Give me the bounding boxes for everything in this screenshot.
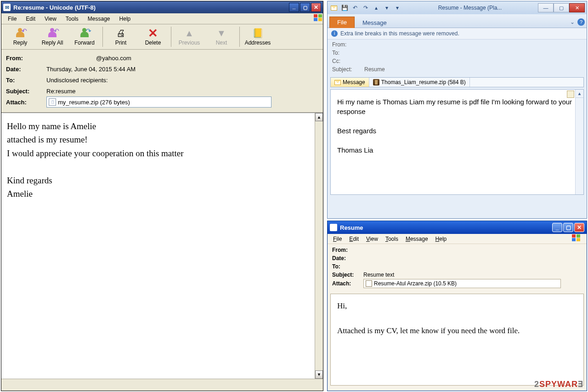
menubar: File Edit View Tools Message Help [328, 234, 587, 244]
menu-file[interactable]: File [329, 236, 345, 242]
reply-all-button[interactable]: ↶Reply All [36, 25, 68, 48]
maximize-button[interactable]: ▢ [563, 223, 573, 232]
minimize-button[interactable]: — [538, 3, 554, 12]
from-label: From: [332, 41, 364, 50]
to-label: To: [6, 77, 46, 84]
subject-label: Subject: [6, 88, 46, 95]
to-label: To: [332, 263, 363, 270]
status-bar [1, 379, 323, 390]
maximize-button[interactable] [300, 3, 310, 12]
attach-label: Attach: [332, 280, 363, 287]
subject-label: Subject: [332, 272, 363, 278]
menu-edit[interactable]: Edit [345, 236, 362, 242]
message-body[interactable]: Hi, Attached is my CV, let me know if yo… [331, 294, 583, 343]
menu-message[interactable]: Message [83, 14, 115, 24]
mail-icon: ✉ [3, 4, 11, 11]
forward-button[interactable]: ↷Forward [68, 25, 101, 48]
reply-button[interactable]: ↶Reply [4, 25, 36, 48]
info-text: Extra line breaks in this message were r… [340, 30, 459, 37]
message-body[interactable]: Hello my name is Amelie attached is my r… [1, 113, 315, 379]
maximize-button[interactable]: ▢ [554, 3, 569, 12]
window-controls [289, 3, 321, 12]
attachment-field[interactable]: Resume-Atul Arzare.zip (10.5 KB) [363, 279, 561, 288]
menubar: File Edit View Tools Message Help [1, 13, 323, 24]
windows-flag-icon [309, 14, 321, 23]
attachment-name: my_resume.zip (276 bytes) [58, 99, 130, 106]
previous-button[interactable]: ▲Previous [173, 25, 205, 48]
minimize-button[interactable]: _ [552, 223, 562, 232]
outlook-express-window-2: Resume _ ▢ ✕ File Edit View Tools Messag… [327, 221, 587, 391]
window-title: Re:resume - Unicode (UTF-8) [13, 4, 96, 11]
next-icon[interactable]: ▾ [382, 3, 391, 12]
attach-label: Attach: [6, 99, 46, 106]
zip-icon: ⌷ [49, 98, 56, 106]
toolbar: ↶Reply ↶Reply All ↷Forward 🖨Print ✕Delet… [1, 24, 323, 50]
tab-file[interactable]: File [329, 17, 355, 28]
minimize-button[interactable] [289, 3, 299, 12]
cc-label: Cc: [332, 58, 364, 66]
subject-value: Re:resume [46, 88, 76, 95]
help-icon[interactable]: ? [577, 18, 585, 26]
attachment-field[interactable]: ⌷ my_resume.zip (276 bytes) [46, 97, 271, 108]
menu-edit[interactable]: Edit [21, 14, 40, 24]
menu-help[interactable]: Help [432, 236, 451, 242]
message-headers: From: Date: To: Subject:Resume text Atta… [328, 244, 587, 292]
quick-access-toolbar: 💾 ↶ ↷ ▴ ▾ ▾ Resume - Message (Pla... — ▢… [328, 1, 587, 14]
previous-icon[interactable]: ▴ [372, 3, 381, 12]
print-button[interactable]: 🖨Print [105, 25, 137, 48]
tab-attachment[interactable]: Thomas_Liam_resume.zip (584 B) [369, 78, 470, 87]
message-body-pane: Hi my name is Thomas Liam my resume is p… [330, 89, 584, 195]
scroll-up-icon[interactable]: ▲ [576, 90, 583, 98]
attachment-tabs: Message Thomas_Liam_resume.zip (584 B) [330, 77, 584, 87]
from-label: From: [6, 55, 46, 62]
date-label: Date: [332, 255, 363, 261]
menu-message[interactable]: Message [402, 236, 432, 242]
from-label: From: [332, 247, 363, 253]
menu-view[interactable]: View [40, 14, 61, 24]
menu-view[interactable]: View [362, 236, 382, 242]
ribbon-collapse-icon[interactable]: ⌄ [570, 19, 575, 25]
menu-help[interactable]: Help [115, 14, 136, 24]
save-icon[interactable]: 💾 [340, 3, 349, 12]
date-label: Date: [6, 66, 46, 73]
ribbon-tabs: File Message ⌄ ? [328, 14, 587, 28]
arrow-up-icon: ▲ [183, 28, 196, 39]
scrollbar[interactable]: ▲ ▼ [315, 113, 323, 379]
close-button[interactable] [311, 3, 321, 12]
undo-icon[interactable]: ↶ [351, 3, 360, 12]
addresses-button[interactable]: 📒Addresses [242, 25, 274, 48]
scroll-up-icon[interactable]: ▲ [315, 113, 323, 121]
to-value: Undisclosed recipients: [46, 77, 108, 84]
addressbook-icon: 📒 [251, 28, 264, 39]
info-bar[interactable]: i Extra line breaks in this message were… [328, 28, 587, 40]
qat-more-icon[interactable]: ▾ [393, 3, 402, 12]
subject-value: Resume text [363, 272, 394, 278]
info-icon: i [331, 30, 338, 37]
window-title: Resume [340, 224, 363, 231]
message-body-pane: Hi, Attached is my CV, let me know if yo… [330, 294, 584, 386]
close-button[interactable]: ✕ [569, 3, 585, 12]
tab-message-body[interactable]: Message [331, 78, 369, 87]
message-body[interactable]: Hi my name is Thomas Liam my resume is p… [331, 90, 583, 162]
titlebar[interactable]: Resume _ ▢ ✕ [328, 221, 587, 234]
tag-icon[interactable] [567, 91, 574, 98]
menu-tools[interactable]: Tools [382, 236, 402, 242]
from-value: @yahoo.com [96, 55, 131, 62]
mail-icon [330, 224, 337, 231]
printer-icon: 🖨 [114, 28, 127, 39]
menu-file[interactable]: File [3, 14, 21, 24]
close-button[interactable]: ✕ [574, 223, 584, 232]
message-headers: From: To: Cc: Subject:Resume [328, 40, 587, 76]
delete-button[interactable]: ✕Delete [137, 25, 169, 48]
watermark: 2SPYWARƎ [534, 379, 583, 389]
scrollbar[interactable]: ▲ [575, 90, 583, 194]
titlebar[interactable]: ✉ Re:resume - Unicode (UTF-8) [1, 1, 323, 13]
scroll-down-icon[interactable]: ▼ [315, 370, 323, 379]
menu-tools[interactable]: Tools [61, 14, 83, 24]
to-label: To: [332, 50, 364, 58]
redo-icon[interactable]: ↷ [361, 3, 370, 12]
arrow-down-icon: ▼ [215, 28, 228, 39]
date-value: Thursday, June 04, 2015 5:44 AM [46, 66, 136, 73]
next-button[interactable]: ▼Next [205, 25, 237, 48]
tab-message[interactable]: Message [355, 17, 395, 28]
